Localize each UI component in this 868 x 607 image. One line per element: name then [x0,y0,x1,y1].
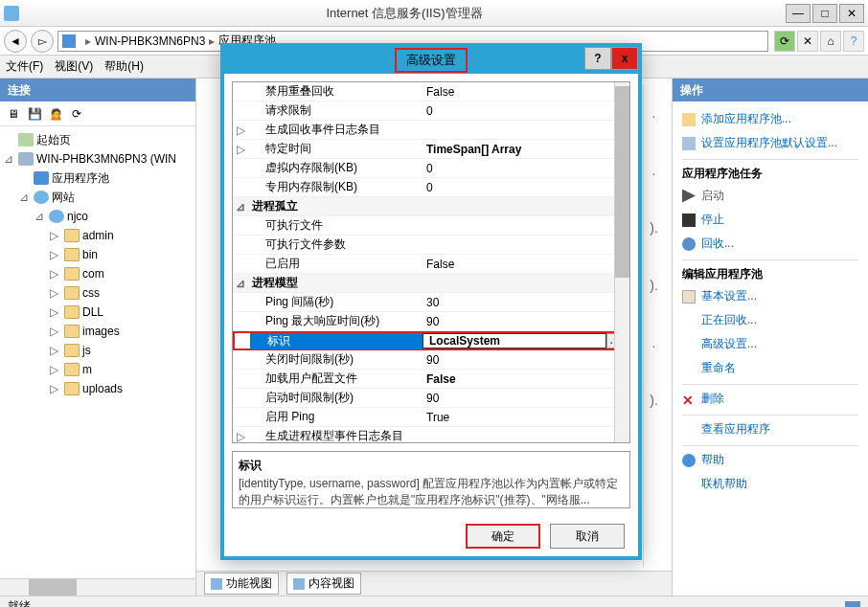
ok-button[interactable]: 确定 [466,524,540,549]
tree-folder-DLL[interactable]: ▷DLL [0,303,195,322]
tree-sites[interactable]: ⊿网站 [0,188,195,207]
nav-forward[interactable]: ▻ [31,30,54,53]
grid-row[interactable]: 可执行文件参数 [233,236,629,255]
tree-app-pools[interactable]: 应用程序池 [0,169,195,188]
tree-folder-uploads[interactable]: ▷uploads [0,379,195,398]
prop-value[interactable]: True [421,411,629,424]
cancel-button[interactable]: 取消 [550,524,625,549]
tb-refresh[interactable]: ⟳ [67,104,86,124]
expand-toggle[interactable]: ⊿ [233,277,248,290]
prop-label: 生成回收事件日志条目 [248,122,421,138]
prop-value[interactable]: False [421,258,629,271]
prop-value[interactable]: 90 [421,392,629,405]
tb-connect[interactable]: 🖥 [4,104,23,124]
action-add-pool[interactable]: 添加应用程序池... [682,107,858,131]
action-stop[interactable]: 停止 [682,208,858,232]
grid-row[interactable]: Ping 间隔(秒)30 [233,293,629,312]
prop-value[interactable]: 30 [421,296,629,309]
prop-label: 可执行文件参数 [248,236,421,253]
grid-row[interactable]: 可执行文件 [233,216,629,236]
tab-features-view[interactable]: 功能视图 [204,573,279,595]
sidebar-scrollbar[interactable] [0,578,195,596]
action-online-help[interactable]: 联机帮助 [682,472,858,496]
prop-value[interactable]: False [421,372,629,386]
dialog-close-button[interactable]: x [611,47,638,70]
tree-site-njco[interactable]: ⊿njco [0,207,195,226]
grid-row[interactable]: 关闭时间限制(秒)90 [233,350,629,370]
grid-row[interactable]: 加载用户配置文件False [233,370,629,389]
grid-row[interactable]: ▷生成进程模型事件日志条目 [233,427,629,443]
menu-view[interactable]: 视图(V) [55,58,93,75]
tab-content-view[interactable]: 内容视图 [286,573,361,595]
tree-folder-m[interactable]: ▷m [0,360,195,379]
tree-folder-bin[interactable]: ▷bin [0,245,195,264]
stop-button[interactable]: ✕ [797,31,818,52]
grid-scrollbar[interactable] [614,82,629,442]
action-set-defaults[interactable]: 设置应用程序池默认设置... [682,131,858,155]
prop-value[interactable]: TimeSpan[] Array [421,143,629,156]
action-recycle[interactable]: 回收... [682,232,858,256]
nav-back[interactable]: ◄ [4,30,27,53]
dialog-title: 高级设置 [395,48,468,73]
grid-row[interactable]: Ping 最大响应时间(秒)90 [233,312,629,331]
tree-folder-css[interactable]: ▷css [0,283,195,303]
play-icon [682,190,696,203]
breadcrumb-server[interactable]: WIN-PHBK3MN6PN3 [95,34,205,48]
grid-row[interactable]: ⊿进程孤立 [233,197,629,216]
action-advanced-settings[interactable]: 高级设置... [682,332,858,356]
prop-value[interactable]: 0 [421,104,629,118]
action-start[interactable]: 启动 [682,184,858,208]
prop-value[interactable]: 90 [421,353,629,367]
tree-folder-images[interactable]: ▷images [0,322,195,341]
tree-folder-admin[interactable]: ▷admin [0,226,195,245]
grid-row[interactable]: ⊿进程模型 [233,274,629,293]
expand-toggle[interactable]: ▷ [233,430,248,443]
property-grid[interactable]: 禁用重叠回收False请求限制0▷生成回收事件日志条目▷特定时间TimeSpan… [232,81,630,443]
action-view-apps[interactable]: 查看应用程序 [682,415,858,441]
menu-help[interactable]: 帮助(H) [104,58,144,75]
dialog-help-button[interactable]: ? [584,47,611,70]
grid-row[interactable]: ▷特定时间TimeSpan[] Array [233,140,629,159]
prop-value[interactable]: LocalSystem [423,333,606,348]
action-help[interactable]: 帮助 [682,445,858,472]
grid-row[interactable]: 禁用重叠回收False [233,82,629,101]
grid-row[interactable]: 已启用False [233,255,629,274]
tree-start-page[interactable]: 起始页 [0,130,195,149]
action-basic-settings[interactable]: 基本设置... [682,284,858,308]
expand-toggle[interactable]: ▷ [233,143,248,156]
grid-row[interactable]: 标识LocalSystem… [233,331,629,350]
action-delete[interactable]: ✕删除 [682,384,858,411]
breadcrumb-icon [62,34,76,48]
prop-value[interactable]: 0 [421,162,629,175]
minimize-button[interactable]: — [786,4,811,23]
tree-server[interactable]: ⊿WIN-PHBK3MN6PN3 (WIN [0,149,195,169]
refresh-button[interactable]: ⟳ [774,31,795,52]
menu-file[interactable]: 文件(F) [6,58,43,75]
close-button[interactable]: ✕ [839,4,864,23]
grid-row[interactable]: 启用 PingTrue [233,408,629,427]
expand-toggle[interactable]: ▷ [233,124,248,137]
prop-value[interactable]: 0 [421,181,629,194]
action-rename[interactable]: 重命名 [682,356,858,380]
prop-value[interactable]: False [421,85,629,99]
grid-row[interactable]: 专用内存限制(KB)0 [233,178,629,197]
prop-value[interactable]: 90 [421,315,629,328]
folder-icon [64,248,80,261]
help-button[interactable]: ? [843,31,864,52]
grid-row[interactable]: 启动时间限制(秒)90 [233,389,629,408]
grid-row[interactable]: ▷生成回收事件日志条目 [233,121,629,140]
tb-up[interactable]: 🙍 [46,104,65,124]
grid-row[interactable]: 请求限制0 [233,101,629,121]
blank-icon [682,362,696,375]
connections-tree: 起始页 ⊿WIN-PHBK3MN6PN3 (WIN 应用程序池 ⊿网站 ⊿njc… [0,126,195,578]
tree-folder-com[interactable]: ▷com [0,264,195,283]
tree-folder-js[interactable]: ▷js [0,341,195,360]
folder-icon [64,363,80,376]
expand-toggle[interactable]: ⊿ [233,200,248,214]
tb-save[interactable]: 💾 [25,104,44,124]
home-button[interactable]: ⌂ [820,31,841,52]
grid-row[interactable]: 虚拟内存限制(KB)0 [233,159,629,178]
action-recycling[interactable]: 正在回收... [682,308,858,332]
maximize-button[interactable]: □ [812,4,837,23]
prop-label: 可执行文件 [248,217,421,234]
